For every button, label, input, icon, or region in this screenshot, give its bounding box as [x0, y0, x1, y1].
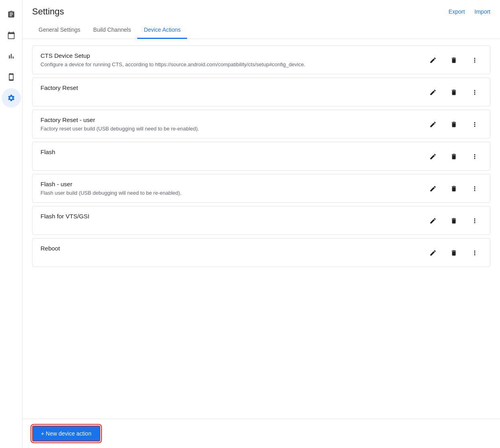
trash-icon [450, 185, 457, 192]
action-title: Reboot [41, 245, 426, 252]
action-title: Flash [41, 149, 426, 155]
more-vert-icon [471, 217, 478, 224]
pencil-icon [429, 249, 437, 257]
action-card: Flash - userFlash user build (USB debugg… [32, 174, 490, 203]
pencil-icon [429, 217, 437, 224]
tab-device-actions[interactable]: Device Actions [137, 22, 187, 39]
delete-action-button[interactable] [447, 117, 461, 132]
new-device-action-button[interactable]: + New device action [32, 426, 100, 442]
edit-action-button[interactable] [426, 181, 440, 196]
more-actions-button[interactable] [467, 246, 482, 260]
trash-icon [450, 217, 457, 224]
action-description: Configure a device for running CTS, acco… [41, 61, 426, 67]
delete-action-button[interactable] [447, 53, 461, 67]
sidebar-item-calendar[interactable] [2, 26, 21, 45]
edit-action-button[interactable] [426, 246, 440, 260]
action-title: CTS Device Setup [41, 52, 426, 59]
pencil-icon [429, 89, 437, 96]
delete-action-button[interactable] [447, 246, 461, 260]
edit-action-button[interactable] [426, 117, 440, 132]
settings-gear-icon [7, 94, 15, 102]
more-vert-icon [471, 121, 478, 128]
delete-action-button[interactable] [447, 214, 461, 228]
action-title: Flash for VTS/GSI [41, 213, 426, 220]
clipboard-icon [7, 10, 15, 18]
action-controls [426, 181, 482, 196]
more-actions-button[interactable] [467, 149, 482, 164]
content-area: CTS Device SetupConfigure a device for r… [22, 39, 500, 419]
action-description: Factory reset user build (USB debugging … [41, 126, 426, 132]
import-link[interactable]: Import [474, 8, 490, 15]
more-actions-button[interactable] [467, 85, 482, 100]
trash-icon [450, 57, 457, 64]
more-vert-icon [471, 249, 478, 257]
pencil-icon [429, 153, 437, 160]
chart-bar-icon [7, 52, 15, 60]
more-actions-button[interactable] [467, 181, 482, 196]
action-controls [426, 245, 482, 260]
sidebar-item-settings[interactable] [2, 88, 21, 108]
action-info: Factory Reset - userFactory reset user b… [41, 116, 426, 132]
action-card: Flash [32, 142, 490, 171]
action-info: CTS Device SetupConfigure a device for r… [41, 52, 426, 67]
action-info: Flash - userFlash user build (USB debugg… [41, 181, 426, 196]
more-vert-icon [471, 153, 478, 160]
trash-icon [450, 153, 457, 160]
main-content: Settings Export Import General Settings … [22, 0, 500, 448]
page-header: Settings Export Import [22, 0, 500, 17]
more-actions-button[interactable] [467, 117, 482, 132]
action-card: Reboot [32, 238, 490, 267]
export-link[interactable]: Export [449, 8, 465, 15]
action-controls [426, 149, 482, 164]
action-controls [426, 52, 482, 67]
more-vert-icon [471, 185, 478, 192]
pencil-icon [429, 121, 437, 128]
edit-action-button[interactable] [426, 149, 440, 164]
tab-general-settings[interactable]: General Settings [32, 22, 87, 39]
action-controls [426, 84, 482, 100]
edit-action-button[interactable] [426, 214, 440, 228]
action-title: Flash - user [41, 181, 426, 187]
tabs-bar: General Settings Build Channels Device A… [22, 22, 500, 39]
calendar-icon [7, 31, 15, 39]
action-card: Factory Reset [32, 77, 490, 106]
header-actions: Export Import [449, 8, 490, 15]
sidebar-item-phone[interactable] [2, 67, 21, 87]
edit-action-button[interactable] [426, 53, 440, 67]
more-actions-button[interactable] [467, 53, 482, 67]
action-title: Factory Reset [41, 84, 426, 91]
phone-icon [7, 73, 15, 81]
page-footer: + New device action [22, 419, 500, 448]
action-controls [426, 213, 482, 228]
trash-icon [450, 249, 457, 257]
action-info: Factory Reset [41, 84, 426, 94]
edit-action-button[interactable] [426, 85, 440, 100]
pencil-icon [429, 57, 437, 64]
action-card: CTS Device SetupConfigure a device for r… [32, 45, 490, 74]
action-description: Flash user build (USB debugging will nee… [41, 190, 426, 196]
delete-action-button[interactable] [447, 181, 461, 196]
sidebar-item-clipboard[interactable] [2, 5, 21, 24]
action-card: Flash for VTS/GSI [32, 206, 490, 235]
action-info: Flash [41, 149, 426, 158]
trash-icon [450, 89, 457, 96]
action-title: Factory Reset - user [41, 116, 426, 123]
page-title: Settings [32, 6, 64, 17]
more-vert-icon [471, 57, 478, 64]
pencil-icon [429, 185, 437, 192]
action-info: Flash for VTS/GSI [41, 213, 426, 222]
delete-action-button[interactable] [447, 149, 461, 164]
action-info: Reboot [41, 245, 426, 254]
more-vert-icon [471, 89, 478, 96]
sidebar-item-charts[interactable] [2, 47, 21, 66]
action-card: Factory Reset - userFactory reset user b… [32, 110, 490, 138]
more-actions-button[interactable] [467, 214, 482, 228]
delete-action-button[interactable] [447, 85, 461, 100]
sidebar [0, 0, 22, 448]
trash-icon [450, 121, 457, 128]
action-controls [426, 116, 482, 132]
tab-build-channels[interactable]: Build Channels [87, 22, 137, 39]
